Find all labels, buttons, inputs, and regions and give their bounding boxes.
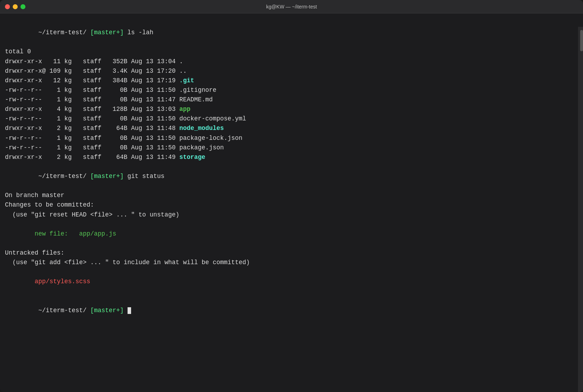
- git-on-branch: On branch master: [5, 191, 573, 200]
- scrollbar-thumb[interactable]: [580, 30, 583, 51]
- git-changes-hint: (use "git reset HEAD <file> ... " to uns…: [5, 210, 573, 220]
- prompt-path-3: ~/iterm-test/: [39, 307, 90, 314]
- git-empty-3: [5, 267, 573, 277]
- prompt-branch-3: [master+]: [90, 307, 124, 314]
- terminal-content[interactable]: ~/iterm-test/ [master+] ls -lah total 0 …: [0, 13, 583, 330]
- prompt-apple-3: [35, 307, 39, 314]
- maximize-button[interactable]: [20, 4, 25, 9]
- prompt-line-1: ~/iterm-test/ [master+] ls -lah: [5, 18, 573, 47]
- traffic-lights: [5, 4, 25, 9]
- ls-row-git: drwxr-xr-x 12 kg staff 384B Aug 13 17:19…: [5, 76, 573, 85]
- git-changes-header: Changes to be committed:: [5, 200, 573, 210]
- prompt-cmd-1: ls -lah: [124, 29, 153, 36]
- ls-row-app: drwxr-xr-x 4 kg staff 128B Aug 13 13:03 …: [5, 105, 573, 114]
- prompt-apple-1: [35, 29, 39, 36]
- scrollbar-track[interactable]: [578, 27, 583, 392]
- prompt-apple-2: [35, 173, 39, 180]
- prompt-cmd-2: git status: [124, 173, 165, 180]
- ls-row-dot: drwxr-xr-x 11 kg staff 352B Aug 13 13:04…: [5, 57, 573, 66]
- prompt-line-3: ~/iterm-test/ [master+]: [5, 296, 573, 325]
- prompt-branch-2: [master+]: [90, 173, 124, 180]
- git-staged-file: new file: app/app.js: [5, 229, 573, 239]
- ls-row-storage: drwxr-xr-x 2 kg staff 64B Aug 13 11:49 s…: [5, 153, 573, 162]
- prompt-line-2: ~/iterm-test/ [master+] git status: [5, 162, 573, 191]
- close-button[interactable]: [5, 4, 10, 9]
- git-untracked-header: Untracked files:: [5, 248, 573, 258]
- ls-row-gitignore: -rw-r--r-- 1 kg staff 0B Aug 13 11:50 .g…: [5, 85, 573, 95]
- git-empty-2: [5, 239, 573, 248]
- prompt-path-1: ~/iterm-test/: [39, 29, 90, 36]
- terminal-cursor: [128, 307, 131, 314]
- prompt-path-2: ~/iterm-test/: [39, 173, 90, 180]
- titlebar: kg@KW — ~/iterm-test: [0, 0, 583, 13]
- prompt-branch-1: [master+]: [90, 29, 124, 36]
- ls-total: total 0: [5, 47, 573, 57]
- window-title: kg@KW — ~/iterm-test: [266, 4, 317, 10]
- ls-row-readme: -rw-r--r-- 1 kg staff 0B Aug 13 11:47 RE…: [5, 95, 573, 105]
- ls-row-nodemodules: drwxr-xr-x 2 kg staff 64B Aug 13 11:48 n…: [5, 124, 573, 133]
- minimize-button[interactable]: [13, 4, 18, 9]
- terminal-window: kg@KW — ~/iterm-test ~/iterm-test/ [mast…: [0, 0, 583, 392]
- ls-row-dotdot: drwxr-xr-x@ 109 kg staff 3.4K Aug 13 17:…: [5, 66, 573, 76]
- git-empty-1: [5, 220, 573, 229]
- git-untracked-hint: (use "git add <file> ... " to include in…: [5, 258, 573, 267]
- prompt-cmd-3: [124, 307, 128, 314]
- ls-row-package: -rw-r--r-- 1 kg staff 0B Aug 13 11:50 pa…: [5, 143, 573, 153]
- git-untracked-file: app/styles.scss: [5, 277, 573, 286]
- ls-row-docker: -rw-r--r-- 1 kg staff 0B Aug 13 11:50 do…: [5, 114, 573, 124]
- ls-row-packagelock: -rw-r--r-- 1 kg staff 0B Aug 13 11:50 pa…: [5, 133, 573, 143]
- git-empty-4: [5, 287, 573, 296]
